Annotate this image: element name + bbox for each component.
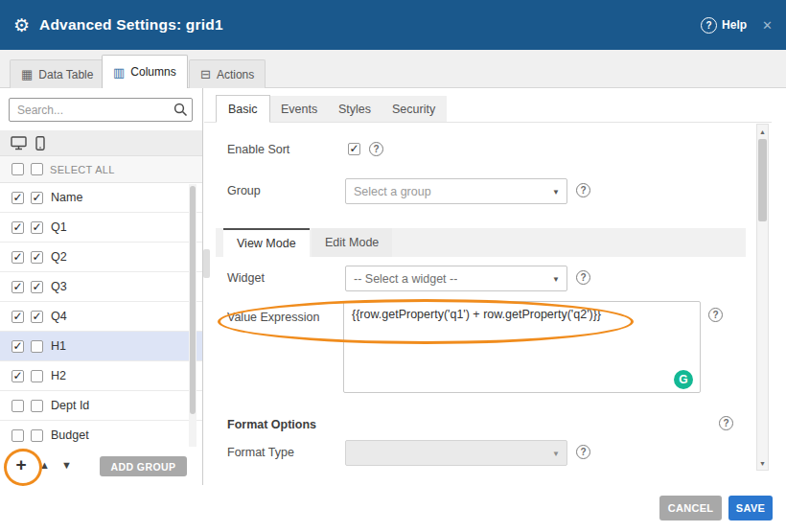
value-expression-input[interactable]: {{row.getProperty('q1') + row.getPropert… xyxy=(343,301,701,393)
content-scrollbar[interactable]: ▲ ▼ xyxy=(756,124,769,471)
desktop-icon[interactable] xyxy=(11,136,27,150)
column-list: NameQ1Q2Q3Q4H1H2Dept IdBudget xyxy=(0,183,202,448)
column-row[interactable]: Budget xyxy=(0,421,202,448)
select-all-desktop-checkbox[interactable] xyxy=(12,163,24,175)
mobile-checkbox[interactable] xyxy=(31,400,43,412)
help-icon[interactable]: ? xyxy=(369,142,383,156)
tab-styles[interactable]: Styles xyxy=(327,96,382,122)
dialog-titlebar: ⚙ Advanced Settings: grid1 ? Help ✕ xyxy=(0,0,786,50)
columns-sidebar: SELECT ALL NameQ1Q2Q3Q4H1H2Dept IdBudget… xyxy=(0,88,203,485)
help-icon[interactable]: ? xyxy=(576,445,590,459)
help-icon[interactable]: ? xyxy=(576,183,590,197)
mobile-checkbox[interactable] xyxy=(31,311,43,323)
column-row[interactable]: Name xyxy=(0,183,202,213)
tab-label: Actions xyxy=(217,68,254,81)
desktop-checkbox[interactable] xyxy=(12,340,24,353)
sidebar-scrollbar-thumb[interactable] xyxy=(190,186,196,414)
search-icon xyxy=(173,103,188,117)
panel-splitter[interactable] xyxy=(203,249,210,278)
mobile-checkbox[interactable] xyxy=(31,192,43,204)
tab-view-mode[interactable]: View Mode xyxy=(223,228,310,257)
actions-icon: ⊟ xyxy=(200,68,211,81)
enable-sort-label: Enable Sort xyxy=(227,143,289,156)
column-row[interactable]: H2 xyxy=(0,361,202,391)
select-all-mobile-checkbox[interactable] xyxy=(31,163,43,175)
desktop-checkbox[interactable] xyxy=(12,429,24,442)
format-options-heading: Format Options xyxy=(227,418,316,431)
value-expression-label: Value Expression xyxy=(227,311,319,324)
tab-data-table[interactable]: ▦ Data Table xyxy=(10,59,104,88)
save-button[interactable]: SAVE xyxy=(728,496,773,520)
column-row[interactable]: H1 xyxy=(0,332,202,361)
desktop-checkbox[interactable] xyxy=(12,221,24,234)
tab-label: Data Table xyxy=(38,68,93,81)
mobile-checkbox[interactable] xyxy=(31,429,43,442)
format-type-select[interactable]: ▼ xyxy=(345,440,567,466)
tab-label: Columns xyxy=(130,65,175,79)
format-type-label: Format Type xyxy=(227,446,294,459)
mobile-icon[interactable] xyxy=(35,136,45,150)
mobile-checkbox[interactable] xyxy=(31,251,43,264)
top-tabstrip: ▦ Data Table ▥ Columns ⊟ Actions xyxy=(0,50,786,88)
cancel-button[interactable]: CANCEL xyxy=(659,496,722,520)
widget-label: Widget xyxy=(227,271,265,285)
columns-icon: ▥ xyxy=(113,66,125,79)
scroll-up-icon[interactable]: ▲ xyxy=(757,126,768,137)
sidebar-scrollbar[interactable] xyxy=(189,184,196,447)
device-visibility-header xyxy=(0,130,202,156)
help-label: Help xyxy=(722,18,747,32)
content-scrollbar-thumb[interactable] xyxy=(758,139,767,221)
scroll-down-icon[interactable]: ▼ xyxy=(757,457,768,469)
help-icon[interactable]: ? xyxy=(719,416,733,430)
mobile-checkbox[interactable] xyxy=(31,370,43,382)
desktop-checkbox[interactable] xyxy=(12,192,24,204)
column-row[interactable]: Dept Id xyxy=(0,391,202,421)
search-box xyxy=(9,98,193,122)
tab-basic[interactable]: Basic xyxy=(216,95,270,123)
column-label: Q2 xyxy=(50,250,67,264)
column-label: H2 xyxy=(50,369,66,382)
tab-events[interactable]: Events xyxy=(269,96,329,122)
add-column-button[interactable]: + xyxy=(11,453,32,476)
help-button[interactable]: ? Help xyxy=(701,17,747,34)
column-row[interactable]: Q1 xyxy=(0,213,202,243)
group-select[interactable]: Select a group ▼ xyxy=(345,178,567,204)
desktop-checkbox[interactable] xyxy=(12,281,24,293)
data-table-icon: ▦ xyxy=(21,68,33,81)
mobile-checkbox[interactable] xyxy=(31,221,43,234)
close-icon[interactable]: ✕ xyxy=(762,18,773,33)
column-label: Q3 xyxy=(50,280,67,293)
column-label: H1 xyxy=(50,339,66,353)
column-label: Budget xyxy=(50,428,89,442)
chevron-down-icon: ▼ xyxy=(552,449,560,457)
desktop-checkbox[interactable] xyxy=(12,251,24,264)
column-row[interactable]: Q2 xyxy=(0,243,202,272)
grammarly-icon[interactable]: G xyxy=(674,370,693,389)
content-tabs-underline xyxy=(204,122,772,123)
widget-select[interactable]: -- Select a widget -- ▼ xyxy=(345,266,567,291)
column-row[interactable]: Q3 xyxy=(0,272,202,302)
move-down-button[interactable]: ▼ xyxy=(61,459,72,471)
tab-columns[interactable]: ▥ Columns xyxy=(102,55,188,88)
desktop-checkbox[interactable] xyxy=(12,311,24,323)
group-label: Group xyxy=(227,184,261,197)
tab-actions[interactable]: ⊟ Actions xyxy=(189,59,266,88)
advanced-settings-dialog: ⚙ Advanced Settings: grid1 ? Help ✕ ▦ Da… xyxy=(0,0,786,532)
mobile-checkbox[interactable] xyxy=(31,281,43,293)
enable-sort-checkbox[interactable] xyxy=(348,143,360,155)
move-up-button[interactable]: ▲ xyxy=(39,459,50,471)
tab-edit-mode[interactable]: Edit Mode xyxy=(312,228,392,257)
column-label: Name xyxy=(50,191,82,204)
help-icon[interactable]: ? xyxy=(708,308,723,322)
column-row[interactable]: Q4 xyxy=(0,302,202,332)
add-group-button[interactable]: ADD GROUP xyxy=(100,456,187,476)
tab-security[interactable]: Security xyxy=(381,96,447,122)
search-input[interactable] xyxy=(9,98,193,122)
help-icon[interactable]: ? xyxy=(576,270,590,285)
mobile-checkbox[interactable] xyxy=(31,340,43,353)
dialog-title: Advanced Settings: grid1 xyxy=(39,16,223,34)
column-label: Q1 xyxy=(50,220,67,234)
column-label: Dept Id xyxy=(50,399,89,412)
desktop-checkbox[interactable] xyxy=(12,370,24,382)
desktop-checkbox[interactable] xyxy=(12,400,24,412)
